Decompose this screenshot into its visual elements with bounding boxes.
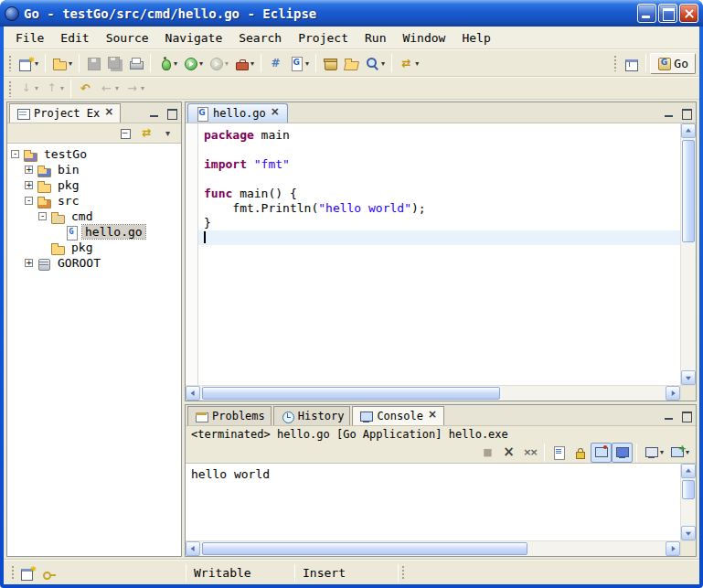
link-with-editor-button[interactable] xyxy=(136,123,157,144)
tree-row[interactable]: pkg xyxy=(7,240,181,255)
trim-grip[interactable] xyxy=(11,565,15,580)
tab-history[interactable]: History xyxy=(273,406,351,425)
tree-row[interactable]: +bin xyxy=(7,162,181,177)
code-line[interactable] xyxy=(198,230,680,245)
scroll-left-button[interactable] xyxy=(186,386,200,401)
display-selected-console-button[interactable]: ▾ xyxy=(641,443,666,463)
toolbar-grip[interactable] xyxy=(8,55,12,71)
external-tools-button[interactable]: ▾ xyxy=(231,53,257,73)
annotation-ruler[interactable] xyxy=(186,123,198,385)
coverage-button[interactable]: ▾ xyxy=(206,53,231,73)
tab-project-explorer[interactable]: Project Ex xyxy=(9,103,121,123)
scroll-lock-button[interactable] xyxy=(570,443,591,463)
scrollbar-thumb[interactable] xyxy=(202,542,527,555)
trim-grip[interactable] xyxy=(401,565,405,580)
tree-expander[interactable]: + xyxy=(25,259,33,267)
debug-button[interactable]: ▾ xyxy=(154,53,180,73)
menu-source[interactable]: Source xyxy=(98,29,157,47)
new-wizard-button[interactable]: ▾ xyxy=(16,53,41,73)
forward-button[interactable]: ▾ xyxy=(122,79,147,99)
new-go-file-button[interactable]: ▾ xyxy=(286,53,312,73)
open-perspective-button[interactable] xyxy=(621,53,642,73)
menu-project[interactable]: Project xyxy=(290,29,357,47)
view-menu-button[interactable] xyxy=(157,123,178,144)
scroll-down-button[interactable] xyxy=(681,526,696,540)
code-area[interactable]: package mainimport "fmt"func main() { fm… xyxy=(198,123,680,385)
fast-view-button[interactable] xyxy=(17,563,38,583)
scrollbar-thumb[interactable] xyxy=(682,140,695,242)
back-button[interactable]: ▾ xyxy=(96,79,122,99)
scroll-right-button[interactable] xyxy=(666,386,680,401)
scroll-down-button[interactable] xyxy=(681,370,696,385)
new-go-package-button[interactable] xyxy=(265,53,286,73)
code-line[interactable] xyxy=(198,143,680,157)
save-button[interactable] xyxy=(83,53,104,73)
tree-row[interactable]: -src xyxy=(7,193,181,208)
maximize-editor-button[interactable] xyxy=(679,107,694,120)
menu-edit[interactable]: Edit xyxy=(52,29,97,47)
editor-horizontal-scrollbar[interactable] xyxy=(186,385,680,401)
maximize-view-button[interactable] xyxy=(165,107,179,120)
scroll-left-button[interactable] xyxy=(186,541,200,556)
previous-annotation-button[interactable]: ▾ xyxy=(41,79,67,99)
menu-search[interactable]: Search xyxy=(230,29,290,47)
print-button[interactable] xyxy=(125,53,146,73)
console-vertical-scrollbar[interactable] xyxy=(680,464,696,540)
console-output[interactable]: hello world xyxy=(186,464,680,540)
code-line[interactable] xyxy=(198,172,680,187)
tab-hello-go[interactable]: hello.go xyxy=(187,103,288,123)
new-go-project-button[interactable]: ▾ xyxy=(49,53,75,73)
tree-row[interactable]: +GOROOT xyxy=(7,255,181,271)
remove-all-terminated-button[interactable] xyxy=(519,443,540,463)
code-line[interactable]: package main xyxy=(198,128,680,143)
editor-vertical-scrollbar[interactable] xyxy=(680,123,696,385)
scrollbar-thumb[interactable] xyxy=(202,387,500,400)
code-line[interactable]: func main() { xyxy=(198,187,680,201)
minimize-editor-button[interactable] xyxy=(662,107,676,120)
code-line[interactable]: } xyxy=(198,216,680,230)
tree-expander[interactable]: + xyxy=(25,166,33,174)
close-window-button[interactable] xyxy=(679,4,698,23)
menu-file[interactable]: File xyxy=(7,29,52,47)
show-console-on-output-button[interactable] xyxy=(612,443,633,463)
key-button[interactable] xyxy=(38,563,59,583)
minimize-view-button[interactable] xyxy=(147,107,162,120)
collapse-all-button[interactable] xyxy=(115,123,136,144)
menu-run[interactable]: Run xyxy=(357,29,394,47)
tree-row[interactable]: -testGo xyxy=(7,146,181,162)
code-line[interactable]: import "fmt" xyxy=(198,157,680,172)
minimize-console-button[interactable] xyxy=(662,410,676,422)
maximize-window-button[interactable] xyxy=(658,4,677,23)
close-icon[interactable] xyxy=(271,109,281,119)
title-bar[interactable]: Go - testGo/src/cmd/hello.go - Eclipse xyxy=(0,0,703,27)
open-folder-button[interactable] xyxy=(341,53,362,73)
open-toolbox-button[interactable] xyxy=(320,53,341,73)
clear-console-button[interactable] xyxy=(549,443,570,463)
scrollbar-thumb[interactable] xyxy=(682,480,695,499)
tree-expander[interactable]: - xyxy=(11,150,19,158)
scrollbar-track[interactable] xyxy=(681,478,696,526)
menu-navigate[interactable]: Navigate xyxy=(157,29,231,47)
tree-row[interactable]: hello.go xyxy=(7,224,181,240)
tree-row[interactable]: +pkg xyxy=(7,177,181,193)
scrollbar-track[interactable] xyxy=(200,541,666,556)
team-sync-button[interactable]: ▾ xyxy=(396,53,421,73)
code-line[interactable]: fmt.Println("hello world"); xyxy=(198,201,680,216)
console-horizontal-scrollbar[interactable] xyxy=(186,540,680,556)
minimize-window-button[interactable] xyxy=(637,4,656,23)
tab-console[interactable]: Console xyxy=(352,406,444,425)
run-button[interactable]: ▾ xyxy=(180,53,206,73)
go-perspective-button[interactable]: Go xyxy=(650,53,696,74)
scrollbar-track[interactable] xyxy=(681,138,696,370)
close-icon[interactable] xyxy=(104,109,114,119)
open-console-button[interactable]: ▾ xyxy=(666,443,692,463)
tree-expander[interactable]: - xyxy=(38,212,47,220)
scrollbar-track[interactable] xyxy=(200,386,666,401)
tree-expander[interactable]: + xyxy=(25,181,33,189)
tab-problems[interactable]: Problems xyxy=(187,406,272,425)
toolbar-grip[interactable] xyxy=(8,80,12,97)
menu-help[interactable]: Help xyxy=(453,29,498,47)
maximize-console-button[interactable] xyxy=(679,410,694,422)
scroll-right-button[interactable] xyxy=(666,541,680,556)
close-icon[interactable] xyxy=(428,412,438,422)
